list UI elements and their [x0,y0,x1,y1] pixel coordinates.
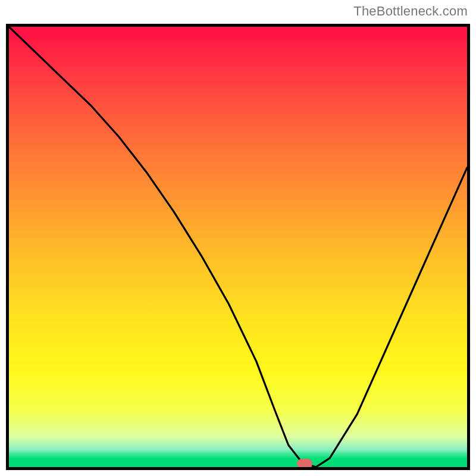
bottleneck-curve-path [9,27,467,467]
chart-plot-area [6,24,470,470]
watermark-text: TheBottleneck.com [353,4,468,19]
chart-curve-svg [9,27,467,467]
optimal-point-marker [297,459,312,469]
